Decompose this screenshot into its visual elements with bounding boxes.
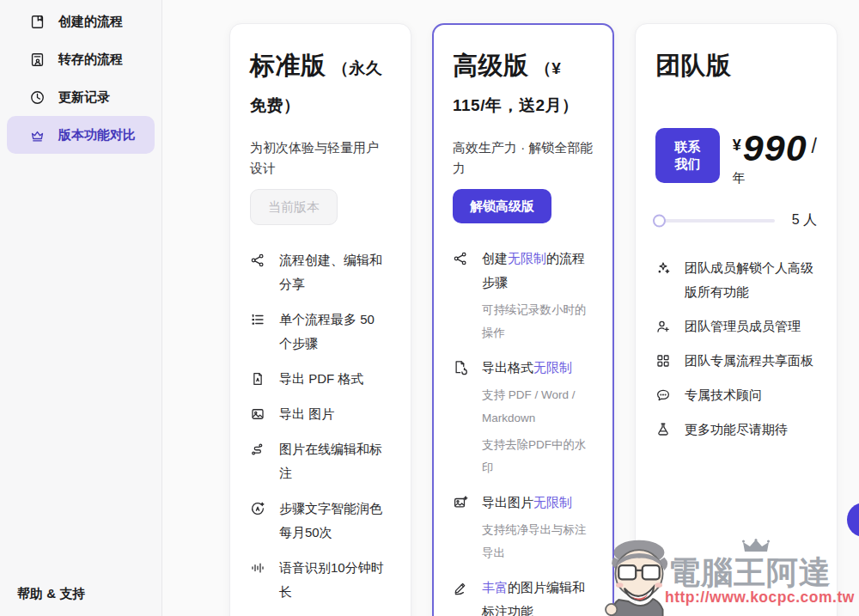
sidebar-item-label: 更新记录: [58, 89, 110, 106]
sidebar-item-update-log[interactable]: 更新记录: [7, 78, 155, 116]
document-user-icon: [29, 52, 46, 68]
user-plus-icon: [655, 319, 671, 334]
feature-text: 团队专属流程共享面板: [685, 349, 813, 373]
plan-name: 高级版: [453, 52, 529, 79]
feature-item: 团队管理员成员管理: [655, 314, 817, 338]
feature-text: 语音识别10分钟时长: [279, 556, 391, 604]
feature-item: 步骤文字智能润色每月50次: [250, 497, 391, 545]
sparkles-icon: [655, 260, 671, 276]
feature-item: 导出 PDF 格式: [250, 367, 391, 391]
price-currency: ¥: [733, 137, 741, 155]
sidebar-item-label: 转存的流程: [58, 52, 123, 68]
crown-icon: [29, 127, 46, 143]
sidebar: 创建的流程 转存的流程 更新记录 版本功能对比 帮助 & 支持: [0, 0, 162, 616]
feature-item: 导出 图片: [250, 402, 391, 426]
share-icon: [453, 251, 468, 266]
feature-text: 丰富的图片编辑和标注功能: [482, 576, 594, 616]
sidebar-nav: 创建的流程 转存的流程 更新记录 版本功能对比: [0, 0, 161, 156]
sidebar-item-version-compare[interactable]: 版本功能对比: [7, 116, 155, 154]
pricing-main: 标准版 （永久免费） 为初次体验与轻量用户设计 当前版本 流程创建、编辑和分享 …: [162, 0, 859, 616]
waveform-icon: [250, 560, 265, 576]
blocks-icon: [655, 353, 671, 369]
feature-text: 专属技术顾问: [685, 383, 762, 407]
unlock-premium-button[interactable]: 解锁高级版: [453, 189, 551, 223]
price-row: 联系我们 ¥ 990 / 年: [655, 128, 817, 186]
price: ¥ 990 / 年: [733, 128, 817, 186]
feature-text: 导出格式无限制: [482, 356, 572, 380]
sidebar-item-label: 创建的流程: [58, 14, 123, 30]
plan-card-standard: 标准版 （永久免费） 为初次体验与轻量用户设计 当前版本 流程创建、编辑和分享 …: [229, 23, 411, 616]
plan-description: 高效生产力 · 解锁全部能力: [453, 137, 594, 179]
feature-item: 更多功能尽请期待: [655, 418, 817, 442]
feature-text: 更多功能尽请期待: [685, 418, 788, 442]
document-bookmark-icon: [29, 14, 46, 30]
feature-list: 团队成员解锁个人高级版所有功能 团队管理员成员管理 团队专属流程共享面板 专属技…: [655, 256, 817, 442]
ai-polish-icon: [250, 501, 265, 516]
feature-subtext: 支持纯净导出与标注导出: [453, 518, 594, 564]
pdf-file-icon: [250, 371, 265, 387]
current-version-button[interactable]: 当前版本: [250, 189, 338, 225]
chat-icon: [655, 387, 671, 403]
sidebar-item-created-flows[interactable]: 创建的流程: [7, 3, 155, 40]
feature-item: 专属技术顾问: [655, 383, 817, 407]
feature-text: 单个流程最多 50 个步骤: [279, 308, 391, 356]
feature-text: 团队管理员成员管理: [685, 314, 801, 338]
feature-list: 创建无限制的流程步骤 可持续记录数小时的操作 导出格式无限制 支持 PDF / …: [453, 247, 594, 616]
feature-subtext: 支持 PDF / Word / Markdown: [453, 383, 594, 430]
contact-us-button[interactable]: 联系我们: [655, 128, 720, 183]
plan-description: 为初次体验与轻量用户设计: [250, 137, 391, 179]
pen-icon: [453, 580, 468, 595]
feature-item: 流程创建、编辑和分享: [250, 248, 391, 296]
feature-text: 步骤文字智能润色每月50次: [279, 497, 391, 545]
plan-title-standard: 标准版 （永久免费）: [250, 48, 391, 123]
export-file-icon: [453, 360, 468, 375]
image-icon: [250, 406, 265, 422]
feature-subtext: 可持续记录数小时的操作: [453, 298, 594, 345]
feature-text: 创建无限制的流程步骤: [482, 247, 594, 295]
feature-item: 单个流程最多 50 个步骤: [250, 308, 391, 356]
plan-title-team: 团队版: [655, 48, 817, 84]
price-separator: /: [812, 135, 817, 158]
feature-item: 团队专属流程共享面板: [655, 349, 817, 373]
feature-item: 创建无限制的流程步骤 可持续记录数小时的操作: [453, 247, 594, 345]
share-icon: [250, 253, 265, 268]
plan-card-premium: 高级版 （¥ 115/年，送2月） 高效生产力 · 解锁全部能力 解锁高级版 创…: [432, 23, 614, 616]
plan-name: 标准版: [250, 52, 326, 79]
feature-list: 流程创建、编辑和分享 单个流程最多 50 个步骤 导出 PDF 格式 导出 图片…: [250, 248, 391, 604]
plan-cards: 标准版 （永久免费） 为初次体验与轻量用户设计 当前版本 流程创建、编辑和分享 …: [162, 0, 859, 616]
annotate-icon: [250, 442, 265, 457]
feature-item: 团队成员解锁个人高级版所有功能: [655, 256, 817, 304]
clock-icon: [29, 89, 46, 106]
image-export-icon: [453, 495, 468, 510]
feature-subtext: 支持去除PDF中的水印: [453, 433, 594, 479]
feature-item: 图片在线编辑和标注: [250, 437, 391, 485]
seats-slider[interactable]: [655, 219, 775, 223]
feature-item: 语音识别10分钟时长: [250, 556, 391, 604]
price-period: 年: [733, 170, 817, 186]
seats-slider-row: 5 人: [655, 211, 817, 229]
seats-count: 5 人: [792, 211, 817, 229]
plan-card-team: 团队版 联系我们 ¥ 990 / 年 5 人: [635, 23, 838, 616]
sidebar-item-label: 版本功能对比: [58, 127, 136, 143]
feature-item: 导出图片无限制 支持纯净导出与标注导出: [453, 491, 594, 564]
feature-text: 导出图片无限制: [482, 491, 572, 515]
feature-text: 图片在线编辑和标注: [279, 437, 391, 485]
plan-title-premium: 高级版 （¥ 115/年，送2月）: [453, 48, 594, 123]
feature-text: 团队成员解锁个人高级版所有功能: [685, 256, 817, 304]
slider-handle[interactable]: [653, 214, 666, 227]
feature-text: 流程创建、编辑和分享: [279, 248, 391, 296]
help-support-link[interactable]: 帮助 & 支持: [17, 586, 85, 602]
feature-item: 丰富的图片编辑和标注功能 清晰的序号文字标注 模糊、放大镜、聚光灯等特效(陆续上…: [453, 576, 594, 616]
price-amount: 990: [743, 128, 807, 168]
sidebar-item-saved-flows[interactable]: 转存的流程: [7, 40, 155, 78]
feature-item: 导出格式无限制 支持 PDF / Word / Markdown 支持去除PDF…: [453, 356, 594, 479]
flask-icon: [655, 422, 671, 437]
list-icon: [250, 312, 265, 327]
feature-text: 导出 PDF 格式: [279, 367, 363, 391]
feature-text: 导出 图片: [279, 402, 334, 426]
plan-name: 团队版: [655, 52, 732, 79]
